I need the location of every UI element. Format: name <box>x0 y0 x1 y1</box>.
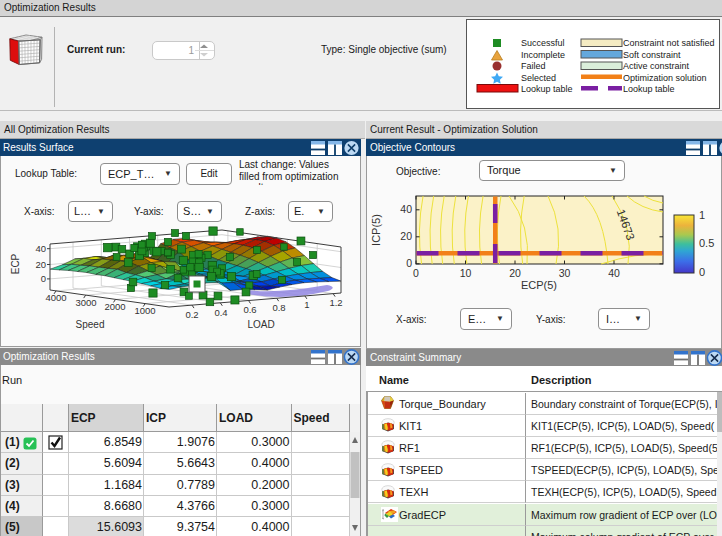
svg-text:40: 40 <box>608 267 620 279</box>
svg-text:Successful: Successful <box>521 38 565 48</box>
svg-text:1000: 1000 <box>134 305 155 316</box>
svg-text:LOAD: LOAD <box>247 319 274 330</box>
svg-text:30: 30 <box>559 267 571 279</box>
svg-text:2000: 2000 <box>104 301 125 312</box>
svg-text:0: 0 <box>699 266 705 278</box>
svg-text:10: 10 <box>460 267 472 279</box>
svg-text:20: 20 <box>509 267 521 279</box>
svg-text:Incomplete: Incomplete <box>521 50 565 60</box>
svg-text:ECP(5): ECP(5) <box>521 279 557 291</box>
svg-text:40: 40 <box>35 243 46 254</box>
svg-text:3000: 3000 <box>75 297 96 308</box>
svg-text:Failed: Failed <box>521 61 546 71</box>
svg-text:ICP(5): ICP(5) <box>370 214 382 246</box>
svg-text:Speed: Speed <box>76 319 105 330</box>
svg-text:0.2: 0.2 <box>185 309 198 320</box>
svg-text:0: 0 <box>41 273 46 284</box>
svg-text:20: 20 <box>35 259 46 270</box>
svg-text:4000: 4000 <box>45 292 66 303</box>
svg-text:0: 0 <box>413 267 419 279</box>
svg-text:0.6: 0.6 <box>243 304 256 315</box>
svg-text:ECP: ECP <box>10 253 21 274</box>
svg-text:0.8: 0.8 <box>272 302 285 313</box>
svg-text:1: 1 <box>699 209 705 221</box>
svg-text:Soft constraint: Soft constraint <box>623 50 681 60</box>
svg-text:Selected: Selected <box>521 73 556 83</box>
svg-text:0: 0 <box>406 257 412 269</box>
svg-text:Optimization solution: Optimization solution <box>623 73 707 83</box>
svg-text:40: 40 <box>400 203 412 215</box>
svg-text:Lookup table: Lookup table <box>623 84 675 94</box>
svg-text:Lookup table: Lookup table <box>521 84 573 94</box>
svg-text:Active constraint: Active constraint <box>623 61 690 71</box>
svg-text:0.5: 0.5 <box>699 237 714 249</box>
svg-text:20: 20 <box>400 230 412 242</box>
svg-text:1: 1 <box>304 299 309 310</box>
svg-text:Constraint not satisfied: Constraint not satisfied <box>623 38 715 48</box>
svg-text:1.2: 1.2 <box>329 297 342 308</box>
svg-text:0.4: 0.4 <box>214 307 227 318</box>
